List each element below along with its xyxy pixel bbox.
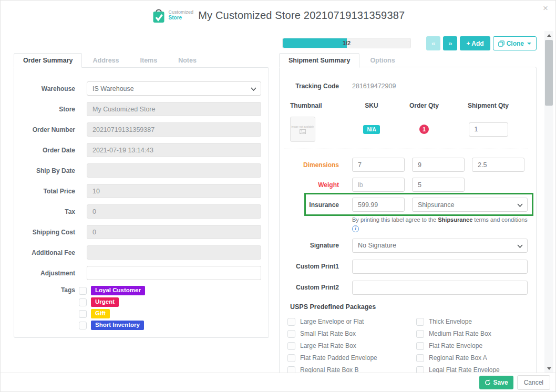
shipment-panel: 1/2 « » + Add Clone [279,36,537,373]
tab-address[interactable]: Address [82,54,129,67]
info-icon[interactable]: i [352,225,359,232]
warehouse-label: Warehouse [25,85,75,92]
cancel-button[interactable]: Cancel [517,375,550,390]
save-button[interactable]: Save [479,376,513,389]
tag-checkbox-short-inventory[interactable] [79,322,87,329]
usps-option-large-envelope-or-flat: Large Envelope or Flat [287,316,416,328]
tag-badge-short-inventory: Short Inventory [91,321,144,331]
tab-notes[interactable]: Notes [168,54,207,67]
scrollbar-thumb[interactable] [545,40,553,106]
usps-checkbox-regional-rate-box-a[interactable] [416,354,424,362]
usps-option-regional-rate-box-a: Regional Rate Box A [416,352,528,364]
tag-checkbox-gift[interactable] [79,310,87,318]
adjustment-label: Adjustment [25,270,75,277]
insurance-terms-text: By printing this label agree to the Ship… [352,216,528,232]
clone-shipment-button[interactable]: Clone [493,36,537,50]
add-shipment-button[interactable]: + Add [460,36,490,50]
close-icon[interactable]: × [543,4,548,13]
additional-fee-label: Additional Fee [25,249,75,256]
usps-checkbox-regional-rate-box-b[interactable] [287,366,295,373]
next-shipment-button[interactable]: » [443,36,457,50]
signature-value: No Signature [358,242,396,249]
shipment-progress-bar: 1/2 [282,38,411,48]
usps-option-thick-envelope: Thick Envelope [416,316,528,328]
custom-print1-label: Custom Print1 [286,263,339,270]
tag-checkbox-loyal-customer[interactable] [79,287,87,295]
usps-checkbox-small-flat-rate-box[interactable] [287,330,295,338]
usps-checkbox-thick-envelope[interactable] [416,318,424,326]
weight-unit-input[interactable] [352,178,405,192]
col-order-qty: Order Qty [395,102,453,109]
sync-icon [485,379,491,386]
tag-checkbox-urgent[interactable] [79,298,87,306]
weight-label: Weight [286,181,339,189]
shipment-items-table: Thumbnail SKU Order Qty Shipment Qty ima… [286,100,528,142]
dimensions-row: Dimensions [286,158,528,172]
insurance-amount-input[interactable] [352,198,405,212]
order-date-label: Order Date [25,147,75,154]
custom-print2-row: Custom Print2 [286,281,528,295]
shipment-pager: 1/2 « » + Add Clone [279,36,537,50]
modal-footer: Save Cancel [1,373,555,391]
warehouse-selected-value: IS Warehouse [92,85,134,92]
total-price-label: Total Price [25,188,75,195]
store-field [87,102,261,116]
weight-value-input[interactable] [412,178,465,192]
tracking-code-row: Tracking Code 281619472909 [286,79,528,93]
dimension-length-input[interactable] [352,158,405,172]
usps-option-legal-flat-rate-envelope: Legal Flat Rate Envelope [416,364,528,373]
adjustment-field[interactable] [87,266,261,280]
usps-packages-grid: Large Envelope or Flat Thick Envelope Sm… [287,316,528,373]
tab-shipment-summary[interactable]: Shipment Summary [279,53,359,68]
shipping-cost-field [87,225,261,239]
scroll-up-arrow[interactable] [544,31,553,39]
tag-row-loyal-customer: Loyal Customer [79,286,261,295]
usps-checkbox-flat-rate-padded-envelope[interactable] [287,354,295,362]
dimension-width-input[interactable] [412,158,465,172]
shipment-qty-input[interactable] [469,122,508,137]
ship-by-date-label: Ship By Date [25,167,75,174]
clone-icon [498,40,504,47]
tag-badge-loyal-customer: Loyal Customer [91,286,145,296]
prev-shipment-button[interactable]: « [426,36,440,50]
store-logo: Customized Store [151,7,194,24]
tab-order-summary[interactable]: Order Summary [14,53,82,68]
usps-checkbox-large-envelope-or-flat[interactable] [287,318,295,326]
shipment-summary-form: Tracking Code 281619472909 Thumbnail SKU… [279,67,537,373]
usps-checkbox-legal-flat-rate-envelope[interactable] [416,366,424,373]
col-shipment-qty: Shipment Qty [453,102,523,109]
signature-label: Signature [286,242,339,249]
custom-print1-input[interactable] [352,260,528,274]
additional-fee-row: Additional Fee [25,245,261,260]
vertical-scrollbar[interactable] [544,31,553,373]
usps-checkbox-medium-flat-rate-box[interactable] [416,330,424,338]
usps-checkbox-flat-rate-envelope[interactable] [416,342,424,350]
shipping-cost-row: Shipping Cost [25,225,261,239]
order-shipment-modal: Customized Store My Customized Store 202… [0,0,556,392]
order-tabs: Order Summary Address Items Notes [14,53,269,67]
tracking-code-value: 281619472909 [352,82,396,90]
warehouse-select[interactable]: IS Warehouse [87,81,261,96]
caret-down-icon [527,43,531,45]
usps-packages-title: USPS Predefined Packages [290,303,528,311]
usps-checkbox-large-flat-rate-box[interactable] [287,342,295,350]
store-label: Store [25,106,75,113]
signature-select[interactable]: No Signature [352,239,528,253]
logo-text-store: Store [169,15,194,20]
custom-print2-input[interactable] [352,281,528,295]
dimensions-label: Dimensions [286,161,339,169]
total-price-row: Total Price [25,184,261,198]
order-number-label: Order Number [25,126,75,133]
item-thumbnail: image not available [290,117,315,142]
dimension-height-input[interactable] [472,158,524,172]
tab-items[interactable]: Items [130,54,168,67]
weight-row: Weight [286,178,528,192]
insurance-label: Insurance [286,201,339,209]
insurance-provider-select[interactable]: Shipsurance [412,198,528,212]
tag-row-short-inventory: Short Inventory [79,321,261,329]
tab-options[interactable]: Options [359,54,405,67]
usps-option-flat-rate-envelope: Flat Rate Envelope [416,340,528,352]
scroll-down-arrow[interactable] [544,364,553,373]
tag-badge-urgent: Urgent [91,297,119,307]
image-placeholder-icon [300,129,306,134]
